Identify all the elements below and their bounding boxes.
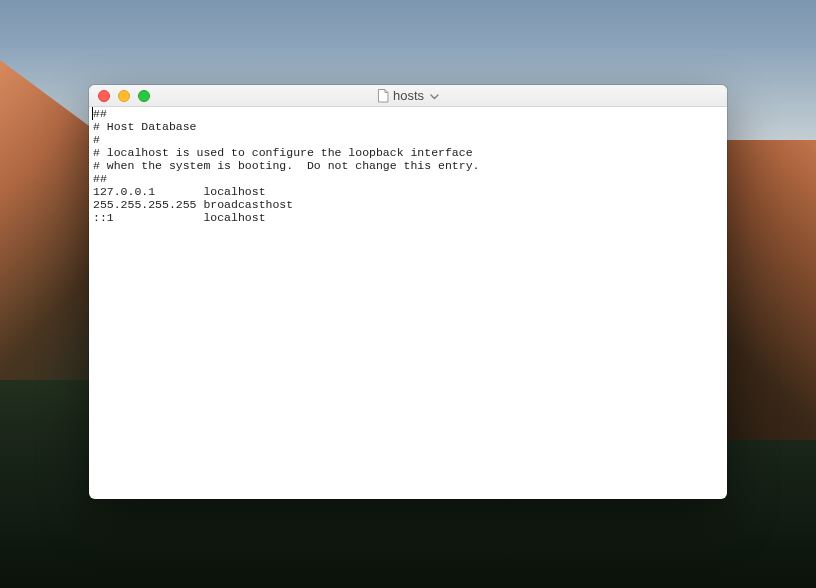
window-title-group[interactable]: hosts <box>377 88 439 103</box>
text-cursor <box>92 107 93 120</box>
window-titlebar[interactable]: hosts <box>89 85 727 107</box>
document-icon <box>377 89 389 103</box>
text-editor-window: hosts ## # Host Database # # localhost i… <box>89 85 727 499</box>
editor-content: ## # Host Database # # localhost is used… <box>93 107 479 224</box>
editor-textarea[interactable]: ## # Host Database # # localhost is used… <box>89 107 727 499</box>
window-title: hosts <box>393 88 424 103</box>
maximize-button[interactable] <box>138 90 150 102</box>
minimize-button[interactable] <box>118 90 130 102</box>
close-button[interactable] <box>98 90 110 102</box>
traffic-lights <box>89 90 150 102</box>
chevron-down-icon <box>428 88 439 103</box>
